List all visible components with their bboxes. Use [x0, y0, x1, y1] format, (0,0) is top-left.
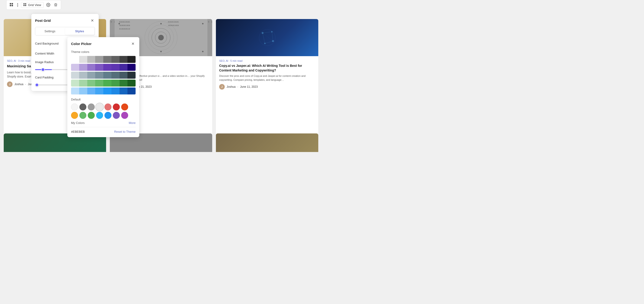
svg-line-38: [272, 32, 273, 41]
panel-tabs: Settings Styles: [35, 27, 95, 36]
theme-color-blue1[interactable]: [71, 88, 79, 94]
svg-rect-2: [10, 5, 11, 6]
svg-point-14: [119, 23, 120, 24]
theme-color-green7[interactable]: [120, 80, 128, 86]
theme-color-blue6[interactable]: [112, 88, 120, 94]
grid-icon-button[interactable]: [8, 1, 15, 8]
settings-icon-button[interactable]: [44, 1, 52, 8]
default-color-lightgray[interactable]: [96, 104, 103, 110]
default-section: Default: [71, 98, 136, 119]
theme-color-blue4[interactable]: [95, 88, 103, 94]
svg-line-37: [262, 32, 272, 33]
my-colors-label: My Colors: [71, 121, 85, 124]
default-color-purple[interactable]: [113, 112, 120, 119]
theme-color-purple4[interactable]: [95, 64, 103, 71]
theme-color-gray2[interactable]: [87, 56, 96, 63]
theme-color-bluegray7[interactable]: [120, 72, 128, 79]
theme-color-blue3[interactable]: [87, 88, 96, 94]
theme-color-blue8[interactable]: [128, 88, 136, 94]
card-background-label: Card Background: [35, 42, 58, 45]
default-color-gray[interactable]: [88, 104, 95, 110]
theme-color-gray6[interactable]: [120, 56, 128, 63]
svg-point-32: [259, 30, 275, 46]
theme-color-purple1[interactable]: [71, 64, 79, 71]
default-color-grid: [71, 104, 136, 119]
theme-color-blue2[interactable]: [79, 88, 87, 94]
default-color-lightblue[interactable]: [96, 112, 103, 119]
my-colors-header: My Colors More: [71, 121, 136, 124]
theme-color-gray1[interactable]: [79, 56, 87, 63]
card-author-3: J Joshua · June 11, 2023: [219, 84, 315, 90]
default-color-red[interactable]: [113, 104, 120, 110]
author-name: Joshua: [14, 82, 24, 86]
cp-header: Color Picker ✕: [71, 41, 136, 46]
theme-color-green3[interactable]: [87, 80, 96, 86]
theme-color-black[interactable]: [128, 56, 136, 63]
theme-color-row-bluegrays: [71, 72, 136, 79]
theme-color-blue5[interactable]: [103, 88, 112, 94]
styles-tab[interactable]: Styles: [65, 28, 94, 35]
theme-color-green5[interactable]: [103, 80, 112, 86]
default-color-white[interactable]: [71, 104, 78, 110]
theme-color-bluegray2[interactable]: [79, 72, 87, 79]
theme-color-green4[interactable]: [95, 80, 103, 86]
default-color-lightgreen[interactable]: [80, 112, 86, 119]
author-date-3: June 11, 2023: [240, 85, 258, 88]
theme-color-gray5[interactable]: [112, 56, 120, 63]
svg-rect-1: [12, 3, 13, 4]
arrow-up-down-button[interactable]: ▲ ▼: [15, 1, 20, 8]
theme-color-purple5[interactable]: [103, 64, 112, 71]
default-color-orange[interactable]: [121, 104, 128, 110]
default-color-green[interactable]: [88, 112, 95, 119]
grid-view-label: Grid View: [28, 3, 41, 7]
color-input-row: Reset to Theme: [71, 127, 136, 134]
theme-color-purple8[interactable]: [128, 64, 136, 71]
more-link[interactable]: More: [128, 121, 136, 124]
svg-text:01010110101: 01010110101: [119, 21, 130, 23]
svg-text:10101011010: 10101011010: [119, 24, 130, 26]
grid-view-button[interactable]: Grid View: [21, 2, 44, 8]
theme-color-green2[interactable]: [79, 80, 87, 86]
theme-color-row-greens: [71, 80, 136, 86]
reset-link[interactable]: Reset to Theme: [114, 130, 136, 134]
theme-color-bluegray6[interactable]: [112, 72, 120, 79]
theme-color-gray3[interactable]: [95, 56, 103, 63]
theme-color-bluegray8[interactable]: [128, 72, 136, 79]
theme-color-bluegray4[interactable]: [95, 72, 103, 79]
theme-color-bluegray1[interactable]: [71, 72, 79, 79]
theme-color-bluegray3[interactable]: [87, 72, 96, 79]
theme-color-green1[interactable]: [71, 80, 79, 86]
svg-point-17: [202, 51, 204, 52]
theme-color-purple7[interactable]: [120, 64, 128, 71]
theme-color-green6[interactable]: [112, 80, 120, 86]
card-image-tech: [216, 19, 318, 56]
svg-line-39: [265, 41, 273, 44]
theme-color-purple2[interactable]: [79, 64, 87, 71]
default-color-yellow[interactable]: [71, 112, 78, 119]
theme-color-purple3[interactable]: [87, 64, 96, 71]
theme-color-purple6[interactable]: [112, 64, 120, 71]
color-picker-panel: Color Picker ✕ Theme colors: [67, 37, 139, 137]
svg-text:10101011010: 10101011010: [168, 24, 179, 26]
default-color-dark[interactable]: [80, 104, 86, 110]
theme-color-white[interactable]: [71, 56, 79, 63]
panel-close-button[interactable]: ✕: [90, 18, 95, 23]
default-color-blue[interactable]: [104, 112, 112, 119]
cp-title: Color Picker: [71, 42, 92, 46]
default-color-pink[interactable]: [104, 104, 112, 110]
theme-color-row-blues: [71, 88, 136, 94]
theme-color-blue7[interactable]: [120, 88, 128, 94]
hex-input[interactable]: [71, 130, 110, 134]
default-color-violet[interactable]: [121, 112, 128, 119]
theme-color-row-purples: [71, 64, 136, 71]
cp-close-button[interactable]: ✕: [130, 41, 136, 46]
theme-color-gray4[interactable]: [103, 56, 112, 63]
delete-icon-button[interactable]: [52, 1, 60, 8]
panel-title: Post Grid: [35, 18, 51, 22]
theme-color-bluegray5[interactable]: [103, 72, 112, 79]
theme-colors-section-title: Theme colors: [71, 50, 136, 54]
svg-point-8: [48, 4, 49, 6]
theme-color-green8[interactable]: [128, 80, 136, 86]
bottom-row: [0, 134, 322, 152]
settings-tab[interactable]: Settings: [35, 27, 64, 35]
